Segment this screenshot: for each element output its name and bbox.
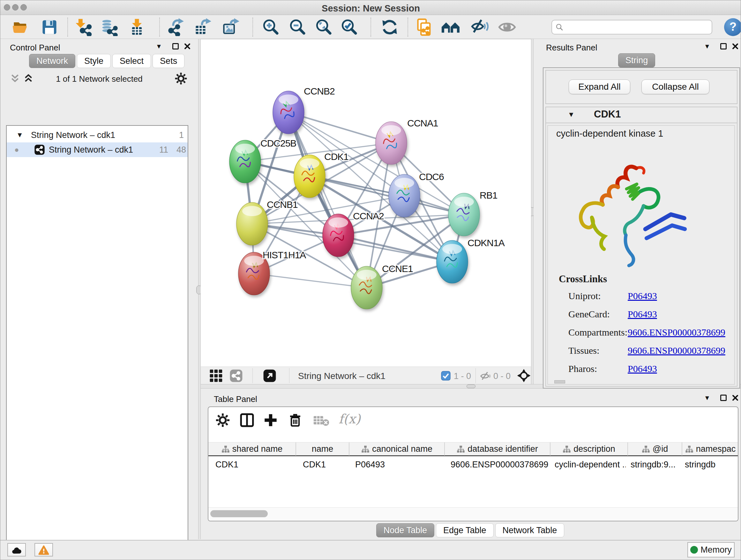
export-image-button[interactable] bbox=[222, 18, 240, 36]
column-header-6[interactable]: @id bbox=[628, 442, 682, 455]
column-header-7[interactable]: namespac bbox=[682, 442, 738, 455]
column-header-1[interactable]: shared name bbox=[208, 442, 296, 455]
tab-style[interactable]: Style bbox=[77, 54, 111, 68]
node-CCNA1[interactable] bbox=[376, 122, 407, 165]
gene-section-header[interactable]: ▼ CDK1 bbox=[545, 107, 738, 123]
bottom-splitter-handle[interactable] bbox=[467, 384, 475, 388]
detach-view-icon[interactable] bbox=[263, 369, 276, 382]
zoom-fit-button[interactable] bbox=[315, 18, 333, 36]
network-canvas[interactable]: CCNB2CCNA1CDC25BCDK1CDC6RB1CCNB1CCNA2CDK… bbox=[201, 39, 531, 367]
gene-expander-icon[interactable]: ▼ bbox=[568, 111, 575, 119]
tree-expander-icon[interactable]: ▼ bbox=[16, 128, 23, 142]
search-input[interactable] bbox=[551, 20, 712, 35]
show-columns-icon[interactable] bbox=[239, 412, 255, 428]
network-row-selected[interactable]: ● String Network – cdk1 11 48 bbox=[7, 142, 188, 157]
node-CDKN1A[interactable] bbox=[436, 240, 468, 283]
tab-node-table[interactable]: Node Table bbox=[376, 523, 434, 537]
node-CCNB2[interactable] bbox=[273, 91, 304, 134]
table-cell[interactable]: P06493 bbox=[355, 457, 444, 472]
add-column-plus-icon[interactable] bbox=[263, 412, 279, 428]
node-CCNE1[interactable] bbox=[351, 266, 382, 309]
memory-button[interactable]: Memory bbox=[687, 542, 735, 557]
selected-checkbox-icon[interactable] bbox=[441, 371, 451, 381]
table-cell[interactable]: CDK1 bbox=[215, 457, 297, 472]
open-session-button[interactable] bbox=[12, 18, 30, 36]
column-header-2[interactable]: name bbox=[296, 442, 349, 455]
tab-select[interactable]: Select bbox=[112, 54, 151, 68]
birds-eye-view-button[interactable] bbox=[498, 18, 516, 36]
control-panel-menu-caret-icon[interactable]: ▼ bbox=[156, 43, 162, 50]
crosslink-value[interactable]: P06493 bbox=[628, 309, 657, 320]
network-view-badge-icon[interactable] bbox=[229, 369, 243, 382]
node-CDC25B[interactable] bbox=[229, 140, 261, 183]
crosslink-value[interactable]: 9606.ENSP00000378699 bbox=[628, 345, 725, 356]
zoom-selected-button[interactable] bbox=[340, 18, 358, 36]
collapse-all-button[interactable]: Collapse All bbox=[642, 79, 710, 94]
export-table-button[interactable] bbox=[194, 18, 212, 36]
cloud-status-button[interactable] bbox=[7, 543, 26, 557]
help-button[interactable]: ? bbox=[724, 18, 741, 36]
table-cell[interactable]: stringdb:9... bbox=[630, 457, 678, 472]
network-collection-row[interactable]: ▼ String Network – cdk1 1 bbox=[7, 128, 188, 142]
table-hscrollbar-thumb[interactable] bbox=[210, 510, 268, 517]
results-panel-float-icon[interactable] bbox=[720, 43, 727, 50]
crosslink-value[interactable]: P06493 bbox=[628, 291, 657, 301]
node-CDC6[interactable] bbox=[389, 174, 420, 217]
zoom-in-button[interactable] bbox=[262, 18, 280, 36]
column-header-4[interactable]: database identifier bbox=[445, 442, 550, 455]
node-CCNB1[interactable] bbox=[237, 202, 268, 245]
tab-string[interactable]: String bbox=[618, 53, 656, 67]
warning-status-button[interactable] bbox=[35, 543, 53, 557]
node-label-CCNB1: CCNB1 bbox=[267, 199, 298, 210]
table-panel-float-icon[interactable] bbox=[720, 395, 727, 401]
network-status-dot-icon: ● bbox=[14, 142, 19, 157]
zoom-out-button[interactable] bbox=[289, 18, 307, 36]
hide-graphics-details-button[interactable] bbox=[471, 18, 488, 36]
control-panel-close-icon[interactable] bbox=[184, 43, 191, 50]
column-header-label: shared name bbox=[232, 444, 283, 454]
import-network-from-database-button[interactable] bbox=[100, 18, 118, 36]
tab-network[interactable]: Network bbox=[29, 54, 75, 68]
table-cell[interactable]: 9606.ENSP00000378699 bbox=[451, 457, 550, 472]
table-settings-gear-icon[interactable] bbox=[215, 413, 230, 428]
node-CCNA2[interactable] bbox=[323, 214, 354, 257]
table-cell[interactable]: cyclin-dependent ... bbox=[555, 457, 626, 472]
results-panel-menu-caret-icon[interactable]: ▼ bbox=[704, 43, 711, 50]
results-panel-close-icon[interactable] bbox=[732, 43, 739, 50]
grid-view-icon[interactable] bbox=[209, 369, 223, 382]
duplicate-pages-icon bbox=[414, 18, 434, 36]
show-network-overview-button[interactable] bbox=[440, 18, 462, 36]
tab-sets[interactable]: Sets bbox=[152, 54, 185, 68]
tab-edge-table[interactable]: Edge Table bbox=[436, 523, 494, 537]
table-panel-close-icon[interactable] bbox=[732, 394, 739, 401]
export-network-button[interactable] bbox=[166, 18, 184, 36]
toolbar-divider bbox=[408, 17, 408, 37]
control-panel-float-icon[interactable] bbox=[172, 43, 179, 50]
crosslink-value[interactable]: P06493 bbox=[628, 363, 657, 374]
crosslink-value[interactable]: 9606.ENSP00000378699 bbox=[628, 327, 725, 338]
table-panel-menu-caret-icon[interactable]: ▼ bbox=[704, 394, 711, 401]
import-network-button[interactable] bbox=[74, 18, 92, 36]
table-cell[interactable]: stringdb bbox=[685, 457, 735, 472]
network-graph[interactable]: CCNB2CCNA1CDC25BCDK1CDC6RB1CCNB1CCNA2CDK… bbox=[201, 42, 531, 367]
expand-all-button[interactable]: Expand All bbox=[569, 79, 630, 94]
toolbar-divider bbox=[159, 17, 160, 37]
eye-slash-waves-icon bbox=[471, 18, 488, 36]
duplicate-network-button[interactable] bbox=[414, 18, 434, 36]
edge-CCNE1-HIST1H1A[interactable] bbox=[254, 273, 367, 288]
crosshair-icon[interactable] bbox=[517, 368, 531, 383]
save-session-button[interactable] bbox=[41, 18, 58, 36]
edge-CCNB2-CCNE1[interactable] bbox=[288, 112, 367, 288]
delete-trash-icon[interactable] bbox=[287, 412, 303, 428]
node-RB1[interactable] bbox=[448, 193, 480, 236]
table-hscrollbar[interactable] bbox=[208, 507, 738, 521]
table-cell[interactable]: CDK1 bbox=[303, 457, 350, 472]
refresh-button[interactable] bbox=[381, 18, 399, 36]
import-table-button[interactable] bbox=[128, 18, 146, 36]
gear-icon[interactable] bbox=[175, 72, 187, 85]
column-header-5[interactable]: description bbox=[550, 442, 628, 455]
node-CDK1[interactable] bbox=[294, 155, 325, 198]
tab-network-table[interactable]: Network Table bbox=[495, 523, 564, 537]
column-header-3[interactable]: canonical name bbox=[349, 442, 445, 455]
results-scrollbar-stub[interactable] bbox=[554, 380, 565, 383]
